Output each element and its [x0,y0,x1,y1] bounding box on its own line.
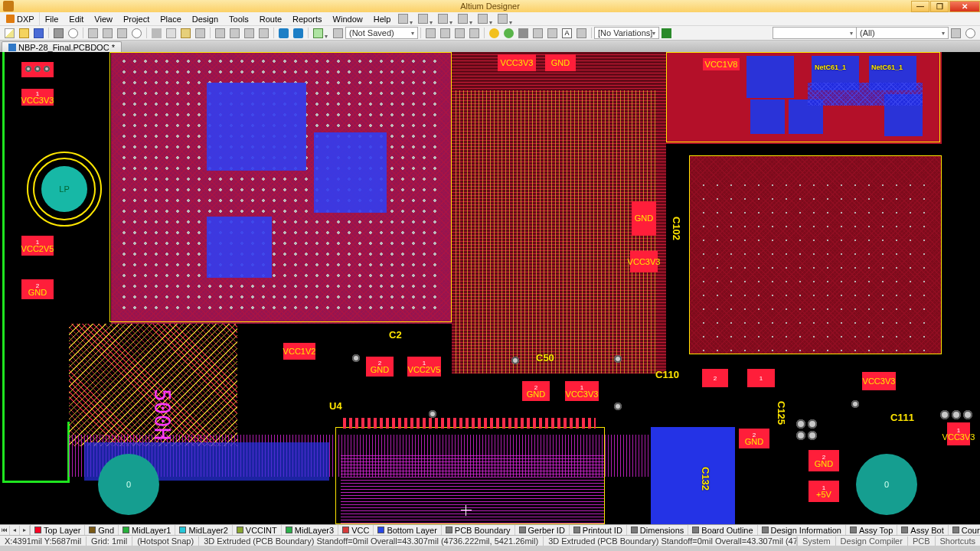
filter-combo[interactable]: ▾ [773,27,857,39]
place-string-icon[interactable]: A [562,28,572,38]
menu-reports[interactable]: Reports [287,12,328,25]
dropdown-icon[interactable] [410,17,414,21]
place-poly-icon[interactable] [547,28,557,38]
document-tab[interactable]: NBP-28_Final.PCBDOC * [2,41,122,52]
deselect-icon[interactable] [244,28,254,38]
layer-tab[interactable]: Assy Top [846,525,897,535]
layer-tab[interactable]: MidLayer2 [175,525,232,535]
maximize-button[interactable]: ❐ [930,1,949,12]
document-tab-label: NBP-28_Final.PCBDOC * [18,43,115,52]
layer-scroll-first-icon[interactable]: ⏮ [0,526,10,535]
layer-tab[interactable]: MidLayer3 [282,525,338,535]
panel-tab-design-compiler[interactable]: Design Compiler [835,536,907,546]
route-track-icon[interactable] [426,28,436,38]
layer-tab[interactable]: PCB Boundary [442,525,515,535]
menu-view[interactable]: View [89,12,118,25]
dropdown-icon[interactable] [325,31,329,35]
close-button[interactable]: ✕ [949,1,980,12]
layer-tab[interactable]: VCCINT [233,525,282,535]
layer-swatch-icon [573,527,580,533]
designator: C125 [776,401,787,425]
print-preview-icon[interactable] [68,28,78,38]
layer-label: VCC [351,526,369,535]
menu-tools[interactable]: Tools [224,12,254,25]
move-icon[interactable] [230,28,240,38]
filter-help-icon[interactable] [965,28,975,38]
zoom-area-icon[interactable] [88,28,98,38]
layer-tab[interactable]: Printout ID [570,525,627,535]
print-icon[interactable] [54,28,64,38]
save-state-combo[interactable]: (Not Saved)▾ [345,27,418,39]
pcb-editor-canvas[interactable]: VCC1V8 NetC61_1 NetC61_1 1VCC3V3 1VCC2V5… [0,52,980,524]
layer-tab[interactable]: Board Outline [688,525,757,535]
layer-tab[interactable]: Bottom Layer [374,525,441,535]
variation-combo[interactable]: [No Variations]▾ [594,27,659,39]
menu-edit[interactable]: Edit [64,12,89,25]
place-via-icon[interactable] [504,28,514,38]
layer-tab[interactable]: Gerber ID [515,525,570,535]
tb-place-via-icon[interactable] [418,14,428,24]
panel-tab-pcb[interactable]: PCB [907,536,935,546]
menu-window[interactable]: Window [328,12,368,25]
undo-icon[interactable] [279,28,289,38]
place-pad-icon[interactable] [489,28,499,38]
tb-place-line-icon[interactable] [398,14,408,24]
menu-project[interactable]: Project [118,12,155,25]
minimize-button[interactable]: — [911,1,929,12]
layer-tab[interactable]: Assy Bot [897,525,948,535]
redo-icon[interactable] [293,28,303,38]
zoom-sel-icon[interactable] [117,28,127,38]
duplicate-icon[interactable] [195,28,205,38]
crosshair-icon[interactable] [259,28,269,38]
save-icon[interactable] [34,28,44,38]
panel-tab-shortcuts[interactable]: Shortcuts [935,536,980,546]
magnify-icon[interactable] [132,28,142,38]
tb-grid-icon[interactable] [458,14,468,24]
menu-design[interactable]: Design [187,12,224,25]
layer-tab[interactable]: Courtyard Top [949,525,980,535]
run-icon[interactable] [313,28,323,38]
zoom-fit-icon[interactable] [103,28,113,38]
menu-help[interactable]: Help [368,12,397,25]
pcbdoc-icon [8,44,16,51]
panel-tab-system[interactable]: System [797,536,835,546]
layer-tab[interactable]: Design Information [758,525,846,535]
copy-icon[interactable] [166,28,176,38]
place-comp-icon[interactable] [577,28,586,38]
route-multi-icon[interactable] [455,28,465,38]
route-diff-icon[interactable] [440,28,450,38]
dropdown-icon[interactable] [509,17,514,21]
select-icon[interactable] [215,28,225,38]
paste-icon[interactable] [181,28,191,38]
menu-route[interactable]: Route [254,12,287,25]
cut-icon[interactable] [152,28,162,38]
layer-tab[interactable]: Gnd [85,525,119,535]
layer-label: VCCINT [246,526,277,535]
filter-scope-combo[interactable]: (All)▾ [857,27,949,39]
dropdown-icon[interactable] [430,17,434,21]
place-arc-icon[interactable] [518,28,528,38]
dropdown-icon[interactable] [469,17,474,21]
place-fill-icon[interactable] [533,28,543,38]
menu-place[interactable]: Place [155,12,187,25]
dxp-menu[interactable]: DXP [2,12,40,25]
tb-align-icon[interactable] [498,14,508,24]
dropdown-icon[interactable] [449,17,454,21]
browse-icon[interactable] [333,28,343,38]
open-icon[interactable] [19,28,29,38]
dropdown-icon[interactable] [489,17,494,21]
layer-tab[interactable]: Top Layer [31,525,85,535]
menu-file[interactable]: File [40,12,64,25]
layer-tab[interactable]: Dimensions [627,525,688,535]
tb-layer-icon[interactable] [478,14,488,24]
new-doc-icon[interactable] [5,28,15,38]
place-line-icon[interactable] [469,28,479,38]
layer-label: Board Outline [701,526,753,535]
layer-scroll-next-icon[interactable]: ▸ [20,526,30,535]
layer-scroll-prev-icon[interactable]: ◂ [10,526,20,535]
layer-tab[interactable]: MidLayer1 [119,525,175,535]
layer-tab[interactable]: VCC [338,525,374,535]
filter-apply-icon[interactable] [951,28,961,38]
tb-place-comp-icon[interactable] [438,14,448,24]
net-label: GND [28,289,47,296]
